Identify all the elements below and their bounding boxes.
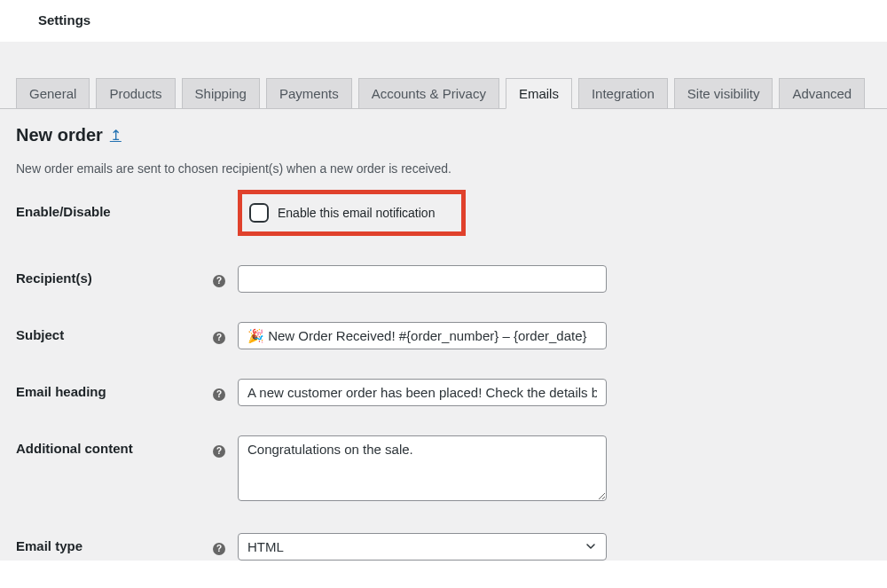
section-title: New order <box>16 125 103 145</box>
tab-integration[interactable]: Integration <box>578 78 668 109</box>
help-icon[interactable]: ? <box>213 445 225 458</box>
settings-tabs: General Products Shipping Payments Accou… <box>0 42 887 109</box>
page-title: Settings <box>38 12 887 27</box>
email-heading-input[interactable] <box>238 379 607 406</box>
tab-general[interactable]: General <box>16 78 90 109</box>
back-link[interactable]: ↥ <box>110 127 122 144</box>
subject-label: Subject <box>16 322 213 342</box>
email-heading-label: Email heading <box>16 379 213 399</box>
enable-email-checkbox[interactable] <box>249 203 269 223</box>
help-icon[interactable]: ? <box>213 275 225 287</box>
tab-payments[interactable]: Payments <box>266 78 352 109</box>
tab-site-visibility[interactable]: Site visibility <box>674 78 773 109</box>
email-type-select[interactable]: HTML <box>238 533 607 561</box>
enable-email-checkbox-label: Enable this email notification <box>278 206 435 220</box>
tab-emails[interactable]: Emails <box>506 78 572 109</box>
tab-shipping[interactable]: Shipping <box>182 78 260 109</box>
help-icon[interactable]: ? <box>213 543 225 555</box>
help-icon[interactable]: ? <box>213 388 225 401</box>
tab-accounts-privacy[interactable]: Accounts & Privacy <box>358 78 499 109</box>
subject-input[interactable] <box>238 322 607 349</box>
tab-advanced[interactable]: Advanced <box>779 78 865 109</box>
email-type-label: Email type <box>16 533 213 553</box>
additional-content-label: Additional content <box>16 435 213 456</box>
additional-content-textarea[interactable]: Congratulations on the sale. <box>238 435 607 501</box>
recipients-input[interactable] <box>238 265 607 293</box>
help-icon[interactable]: ? <box>213 332 225 344</box>
section-description: New order emails are sent to chosen reci… <box>16 161 871 176</box>
recipients-label: Recipient(s) <box>16 265 213 286</box>
tab-products[interactable]: Products <box>96 78 175 109</box>
enable-highlight-box: Enable this email notification <box>238 190 466 236</box>
enable-disable-label: Enable/Disable <box>16 199 213 219</box>
